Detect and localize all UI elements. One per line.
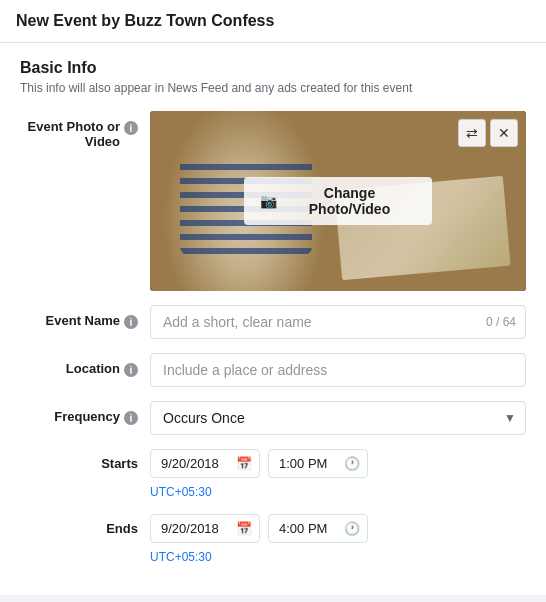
starts-date-wrap: 📅 <box>150 449 260 478</box>
frequency-info-icon[interactable]: i <box>124 411 138 425</box>
frequency-select[interactable]: Occurs Once Daily Weekly Monthly <box>150 401 526 435</box>
camera-icon: 📷 <box>260 193 277 209</box>
event-name-row: Event Name i 0 / 64 <box>20 305 526 339</box>
ends-label: Ends <box>20 521 150 536</box>
starts-date-input[interactable] <box>150 449 260 478</box>
frequency-row: Frequency i Occurs Once Daily Weekly Mon… <box>20 401 526 435</box>
photo-overlay-buttons: ⇄ ✕ <box>458 119 518 147</box>
photo-video-container: ⇄ ✕ 📷 Change Photo/Video <box>150 111 526 291</box>
page-container: New Event by Buzz Town Confess Basic Inf… <box>0 0 546 602</box>
char-counter: 0 / 64 <box>486 315 516 329</box>
ends-date-input[interactable] <box>150 514 260 543</box>
ends-section: Ends 📅 🕐 UTC+05:30 <box>20 514 526 565</box>
location-control <box>150 353 526 387</box>
event-name-control: 0 / 64 <box>150 305 526 339</box>
starts-utc-link[interactable]: UTC+05:30 <box>150 485 212 499</box>
ends-time-wrap: 🕐 <box>268 514 368 543</box>
starts-fields: 📅 🕐 <box>150 449 526 478</box>
ends-utc-link[interactable]: UTC+05:30 <box>150 550 212 564</box>
frequency-select-wrap: Occurs Once Daily Weekly Monthly ▼ <box>150 401 526 435</box>
location-row: Location i <box>20 353 526 387</box>
section-subtitle: This info will also appear in News Feed … <box>20 81 526 95</box>
modal-header: New Event by Buzz Town Confess <box>0 0 546 43</box>
starts-row: Starts 📅 🕐 <box>20 449 526 478</box>
photo-row: Event Photo or Video i ⇄ ✕ 📷 Change Phot… <box>20 111 526 291</box>
ends-fields: 📅 🕐 <box>150 514 526 543</box>
starts-section: Starts 📅 🕐 UTC+05:30 <box>20 449 526 500</box>
event-name-info-icon[interactable]: i <box>124 315 138 329</box>
starts-label: Starts <box>20 456 150 471</box>
ends-date-wrap: 📅 <box>150 514 260 543</box>
section-title: Basic Info <box>20 59 526 77</box>
modal-title: New Event by Buzz Town Confess <box>16 12 274 30</box>
frequency-control: Occurs Once Daily Weekly Monthly ▼ <box>150 401 526 435</box>
starts-time-input[interactable] <box>268 449 368 478</box>
modal-body: Basic Info This info will also appear in… <box>0 43 546 595</box>
change-photo-button[interactable]: 📷 Change Photo/Video <box>244 177 432 225</box>
starts-time-wrap: 🕐 <box>268 449 368 478</box>
location-label: Location i <box>20 353 150 377</box>
photo-info-icon[interactable]: i <box>124 121 138 135</box>
location-input[interactable] <box>150 353 526 387</box>
frequency-label: Frequency i <box>20 401 150 425</box>
swap-photo-button[interactable]: ⇄ <box>458 119 486 147</box>
close-photo-button[interactable]: ✕ <box>490 119 518 147</box>
event-name-input-wrap: 0 / 64 <box>150 305 526 339</box>
ends-time-input[interactable] <box>268 514 368 543</box>
photo-label: Event Photo or Video i <box>20 111 150 149</box>
photo-control-wrap: ⇄ ✕ 📷 Change Photo/Video <box>150 111 526 291</box>
event-name-input[interactable] <box>150 305 526 339</box>
location-info-icon[interactable]: i <box>124 363 138 377</box>
event-name-label: Event Name i <box>20 305 150 329</box>
ends-row: Ends 📅 🕐 <box>20 514 526 543</box>
